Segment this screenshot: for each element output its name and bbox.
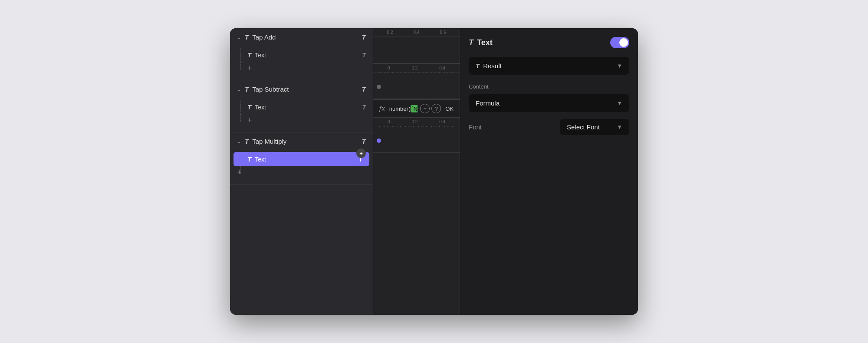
main-panel: ⌄ T Tap Add T T Text T + <box>230 28 638 315</box>
plus-icon-multiply: + <box>237 168 242 177</box>
tap-multiply-t-icon: T <box>245 138 249 145</box>
chevron-down-icon-multiply: ⌄ <box>237 139 241 145</box>
timeline-section-multiply: 0 0.2 0.4 <box>373 118 460 153</box>
formula-actions: + ? OK <box>420 104 456 113</box>
ruler-mul-label-3: 0.4 <box>439 119 445 124</box>
tap-add-text-item[interactable]: T Text T <box>230 48 373 62</box>
right-title-t-icon: T <box>469 38 473 47</box>
timeline-row-subtract-text <box>373 75 460 99</box>
toggle-switch[interactable] <box>610 37 629 48</box>
result-dropdown-label: Result <box>483 62 502 69</box>
plus-icon: + <box>247 64 252 73</box>
right-title-label: Text <box>477 38 493 47</box>
result-dropdown-arrow: ▼ <box>617 63 622 69</box>
tap-multiply-add-button[interactable]: + <box>230 166 373 181</box>
tap-subtract-t-icon: T <box>245 86 249 93</box>
tap-subtract-text-t-icon: T <box>247 103 251 111</box>
right-header: T Text <box>469 37 629 48</box>
group-tap-add: ⌄ T Tap Add T T Text T + <box>230 28 373 80</box>
tap-multiply-text-item[interactable]: + T Text T <box>233 152 369 166</box>
tap-add-t-icon: T <box>245 33 249 41</box>
plus-badge: + <box>356 148 366 158</box>
tap-add-text-label: Text <box>255 52 266 59</box>
chevron-down-icon-subtract: ⌄ <box>237 86 241 92</box>
ruler-subtract: 0 0.2 0.4 <box>373 64 460 73</box>
tap-subtract-children: T Text T + <box>230 98 373 132</box>
result-dropdown[interactable]: T Result ▼ <box>469 57 629 75</box>
font-row: Font Select Font ▼ <box>469 119 629 135</box>
content-section-label: Content <box>469 83 629 90</box>
ruler-add-label-2: 0.4 <box>414 30 420 35</box>
formula-dropdown-left: Formula <box>476 99 500 107</box>
ruler-sub-label-1: 0 <box>388 66 390 70</box>
result-t-icon: T <box>476 62 480 69</box>
font-dropdown[interactable]: Select Font ▼ <box>560 119 629 135</box>
tap-add-children: T Text T + <box>230 46 373 80</box>
ruler-sub-label-3: 0.4 <box>439 66 445 70</box>
formula-plain-1: number( <box>389 106 410 112</box>
tap-add-text-right-t: T <box>362 52 366 59</box>
formula-dropdown[interactable]: Formula ▼ <box>469 94 629 112</box>
tap-add-right-t: T <box>362 33 366 41</box>
formula-display[interactable]: number( `Number 1` .text )*number( `Numb… <box>389 105 418 112</box>
timeline-row-add-text <box>373 39 460 63</box>
group-tap-add-left: ⌄ T Tap Add <box>237 33 276 41</box>
chevron-down-icon: ⌄ <box>237 34 241 40</box>
middle-panel: 0.2 0.4 0.6 0 0.2 0.4 ƒx number( ` <box>373 28 460 315</box>
formula-dropdown-label: Formula <box>476 99 500 107</box>
result-dropdown-left: T Result <box>476 62 502 69</box>
tap-subtract-text-right-t: T <box>362 104 366 111</box>
font-dropdown-label: Select Font <box>567 123 600 131</box>
tap-multiply-text-left: T Text <box>247 155 266 163</box>
tap-multiply-children: + T Text T + <box>230 150 373 184</box>
dot-marker-multiply <box>377 139 381 143</box>
right-panel: T Text T Result ▼ Content Formula ▼ <box>460 28 638 315</box>
group-tap-multiply-left: ⌄ T Tap Multiply <box>237 138 286 145</box>
tap-subtract-text-item[interactable]: T Text T <box>230 100 373 114</box>
result-dropdown-row: T Result ▼ <box>469 57 629 75</box>
ruler-add-label-3: 0.6 <box>440 30 446 35</box>
left-panel: ⌄ T Tap Add T T Text T + <box>230 28 373 315</box>
tap-add-text-left: T Text <box>247 51 266 59</box>
tap-subtract-label: Tap Subtract <box>252 86 289 93</box>
tap-multiply-label: Tap Multiply <box>252 138 286 145</box>
dot-marker-subtract <box>377 85 381 89</box>
formula-help-button[interactable]: ? <box>431 104 441 113</box>
tap-multiply-right-t: T <box>362 138 366 145</box>
formula-bar: ƒx number( `Number 1` .text )*number( `N… <box>373 99 460 118</box>
tap-add-add-button[interactable]: + <box>230 62 373 76</box>
formula-dropdown-row: Formula ▼ <box>469 94 629 112</box>
ruler-sub-label-2: 0.2 <box>411 66 418 70</box>
fx-icon: ƒx <box>377 103 387 114</box>
group-tap-multiply: ⌄ T Tap Multiply T + T Text T + <box>230 132 373 185</box>
group-tap-add-header[interactable]: ⌄ T Tap Add T <box>230 28 373 46</box>
ruler-mul-label-1: 0 <box>388 119 390 124</box>
group-tap-subtract-header[interactable]: ⌄ T Tap Subtract T <box>230 80 373 98</box>
tap-add-label: Tap Add <box>252 33 276 41</box>
font-label: Font <box>469 123 482 131</box>
right-title: T Text <box>469 38 493 47</box>
font-dropdown-arrow: ▼ <box>617 124 622 130</box>
ruler-add: 0.2 0.4 0.6 <box>373 28 460 37</box>
tap-subtract-text-label: Text <box>255 104 266 111</box>
formula-highlight-number1: `Number 1` <box>411 105 418 112</box>
ruler-mul-label-2: 0.2 <box>411 119 418 124</box>
tap-subtract-add-button[interactable]: + <box>230 114 373 129</box>
formula-ok-button[interactable]: OK <box>443 105 456 113</box>
tap-multiply-text-t-icon: T <box>247 155 251 163</box>
formula-add-button[interactable]: + <box>420 104 430 113</box>
tap-add-text-t-icon: T <box>247 51 251 59</box>
tap-multiply-text-label: Text <box>255 156 266 163</box>
group-tap-subtract-left: ⌄ T Tap Subtract <box>237 86 289 93</box>
timeline-section-add: 0.2 0.4 0.6 <box>373 28 460 64</box>
formula-dropdown-arrow: ▼ <box>617 100 622 106</box>
group-tap-multiply-header[interactable]: ⌄ T Tap Multiply T <box>230 132 373 150</box>
plus-icon-subtract: + <box>247 116 252 125</box>
timeline-row-multiply-text <box>373 129 460 153</box>
group-tap-subtract: ⌄ T Tap Subtract T T Text T + <box>230 80 373 132</box>
tap-subtract-right-t: T <box>362 86 366 93</box>
timeline-section-subtract: 0 0.2 0.4 <box>373 64 460 99</box>
ruler-multiply: 0 0.2 0.4 <box>373 118 460 126</box>
ruler-add-label-1: 0.2 <box>387 30 393 35</box>
tap-subtract-text-left: T Text <box>247 103 266 111</box>
